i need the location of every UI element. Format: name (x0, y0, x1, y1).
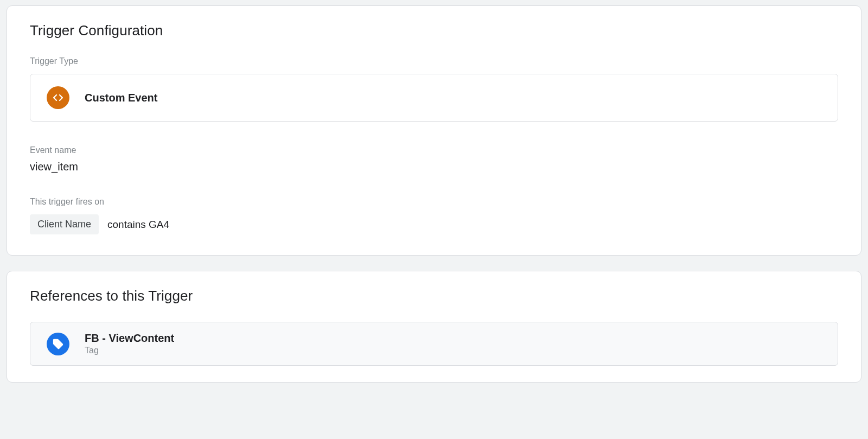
reference-text-block: FB - ViewContent Tag (85, 332, 174, 355)
condition-operator-value: contains GA4 (107, 219, 169, 231)
fires-on-condition: Client Name contains GA4 (30, 214, 838, 234)
reference-name: FB - ViewContent (85, 332, 174, 345)
reference-type: Tag (85, 346, 174, 355)
trigger-config-title: Trigger Configuration (30, 22, 838, 39)
event-name-value: view_item (30, 161, 838, 173)
references-title: References to this Trigger (30, 288, 838, 304)
tag-icon (47, 333, 69, 355)
condition-variable-chip: Client Name (30, 214, 99, 234)
trigger-configuration-card: Trigger Configuration Trigger Type Custo… (7, 5, 861, 256)
trigger-type-name: Custom Event (85, 92, 157, 104)
event-name-label: Event name (30, 145, 838, 155)
trigger-type-selector[interactable]: Custom Event (30, 74, 838, 122)
fires-on-label: This trigger fires on (30, 197, 838, 207)
trigger-type-label: Trigger Type (30, 56, 838, 66)
references-card: References to this Trigger FB - ViewCont… (7, 271, 861, 383)
code-brackets-icon (47, 86, 69, 109)
reference-item[interactable]: FB - ViewContent Tag (30, 322, 838, 366)
